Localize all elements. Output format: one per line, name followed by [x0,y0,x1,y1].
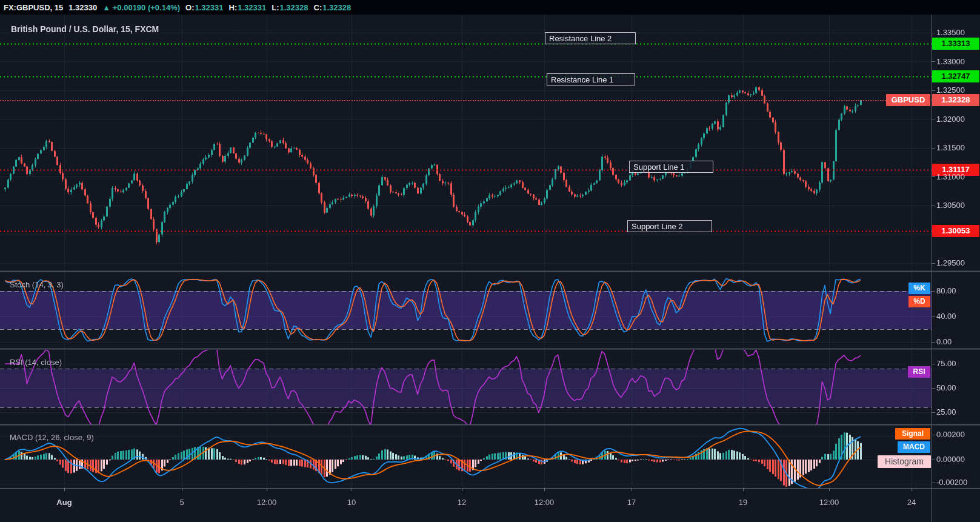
time-tick-label: 12:00 [819,498,839,507]
rsi-tick-label: 50.00 [936,384,956,392]
price-tick-label: 1.30500 [936,201,965,210]
price-tick-label: 1.31500 [936,144,965,152]
resistance-line-1-label[interactable]: Resistance Line 1 [547,73,635,85]
macd-pane-title[interactable]: MACD (12, 26, close, 9) [10,433,94,442]
price-tick-label: 1.32500 [936,86,965,95]
up-arrow-icon: ▲ [102,3,110,12]
price-tick-label: 1.33000 [936,58,965,66]
time-tick-label: 24 [907,498,916,507]
resistance-line-2-label[interactable]: Resistance Line 2 [545,32,636,44]
macd-signal-badge: Signal [895,428,930,440]
resistance-line-1-price-badge: 1.32747 [932,70,979,82]
symbol-name[interactable]: FX:GBPUSD, 15 [4,3,63,12]
low-number: 1.32328 [280,3,308,12]
price-tick-label: 1.33500 [936,28,965,37]
stoch-k-badge: %K [908,283,930,294]
time-tick-label: 19 [739,498,747,507]
time-tick-label: 12:00 [535,498,555,507]
support-line-1-label[interactable]: Support Line 1 [629,161,713,173]
close-value: C:1.32328 [314,3,352,12]
low-label: L: [272,3,279,12]
macd-tick-label: 0.00200 [936,430,965,439]
close-number: 1.32328 [322,3,351,12]
last-price-symbol-badge: GBPUSD [886,94,930,106]
high-label: H: [229,3,238,12]
symbol-legend-bar[interactable]: FX:GBPUSD, 15 1.32330 ▲ +0.00190 (+0.14%… [0,0,980,15]
stoch-tick-label: 0.00 [936,338,952,346]
support-line-2-price-badge: 1.30053 [932,225,979,237]
open-label: O: [185,3,194,12]
price-tick-label: 1.29500 [936,259,965,267]
support-line-2-label[interactable]: Support Line 2 [627,220,712,232]
rsi-badge: RSI [908,366,930,378]
close-label: C: [314,3,322,12]
rsi-tick-label: 25.00 [936,408,956,417]
time-tick-label: 12 [458,498,466,507]
price-change-text: +0.00190 (+0.14%) [113,3,180,12]
macd-tick-label: 0.00000 [936,455,965,464]
macd-line-badge: MACD [898,441,930,453]
low-value: L:1.32328 [272,3,308,12]
rsi-pane-title[interactable]: RSI (14, close) [10,358,62,367]
time-tick-label: Aug [56,498,72,507]
macd-histogram-badge: Histogram [878,455,931,468]
stoch-tick-label: 80.00 [936,287,956,295]
resistance-line-2-price-badge: 1.33313 [932,38,979,50]
price-tick-label: 1.32000 [936,115,965,124]
last-price-badge: 1.32328 [932,94,979,106]
price-tick-label: 1.31000 [936,173,965,181]
high-value: H:1.32331 [229,3,267,12]
time-tick-label: 5 [179,498,184,507]
stoch-tick-label: 40.00 [936,312,956,321]
chart-overlay: FX:GBPUSD, 15 1.32330 ▲ +0.00190 (+0.14%… [0,0,980,522]
time-tick-label: 10 [347,498,356,507]
last-price-value: 1.32330 [68,3,97,12]
open-number: 1.32331 [195,3,224,12]
macd-tick-label: -0.00200 [936,478,967,487]
high-number: 1.32331 [238,3,266,12]
price-change-up: ▲ +0.00190 (+0.14%) [102,3,180,12]
time-tick-label: 17 [627,498,636,507]
open-value: O:1.32331 [185,3,223,12]
rsi-tick-label: 75.00 [936,360,956,368]
chart-title[interactable]: British Pound / U.S. Dollar, 15, FXCM [11,24,159,34]
stoch-d-badge: %D [908,296,930,307]
stoch-pane-title[interactable]: Stoch (14, 3, 3) [10,280,64,289]
time-tick-label: 12:00 [257,498,277,507]
trading-chart-app: FX:GBPUSD, 15 1.32330 ▲ +0.00190 (+0.14%… [0,0,980,522]
